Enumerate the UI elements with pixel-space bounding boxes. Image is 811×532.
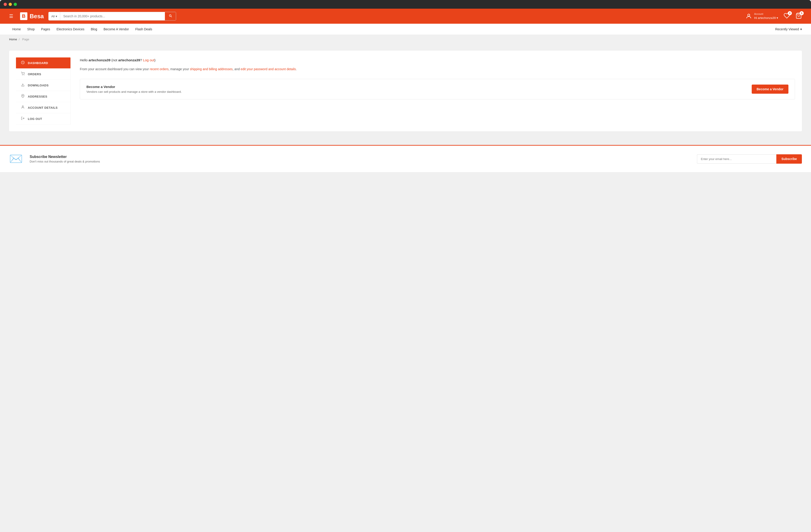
sidebar-account-details-label: ACCOUNT DETAILS	[28, 106, 58, 109]
sidebar-item-addresses[interactable]: ADDRESSES	[16, 91, 71, 102]
category-arrow-icon: ▾	[56, 15, 57, 18]
nav-blog[interactable]: Blog	[88, 24, 100, 35]
vendor-card: Become a Vendor Vendors can sell product…	[80, 79, 795, 99]
sidebar-item-logout[interactable]: LOG OUT	[16, 113, 71, 124]
window-chrome	[0, 0, 811, 9]
hello-text: Hello artechonza39 (not artechonza39? Lo…	[80, 58, 795, 63]
addresses-icon	[20, 94, 25, 99]
hello-username2: artechonza39	[118, 58, 140, 62]
sidebar-item-downloads[interactable]: DOWNLOADS	[16, 80, 71, 91]
newsletter-section: ✉️ Subscribe Newsletter Don't miss out t…	[0, 145, 811, 172]
recent-orders-link[interactable]: recent orders	[150, 67, 169, 71]
newsletter-icon: ✉️	[9, 153, 23, 165]
main-content: DASHBOARD ORDERS DOWNLOADS ADDRESSES	[0, 44, 811, 145]
account-label: Account	[754, 12, 778, 16]
user-icon	[746, 13, 752, 19]
dashboard-description: From your account dashboard you can view…	[80, 66, 795, 72]
account-sidebar: DASHBOARD ORDERS DOWNLOADS ADDRESSES	[16, 58, 71, 124]
dot-red[interactable]	[4, 3, 7, 6]
newsletter-form: Subscribe	[697, 154, 802, 164]
dot-green[interactable]	[14, 3, 17, 6]
recently-viewed-label: Recently Viewed	[775, 27, 799, 31]
search-input[interactable]	[60, 12, 165, 20]
content-card: DASHBOARD ORDERS DOWNLOADS ADDRESSES	[9, 51, 802, 131]
recently-viewed-arrow-icon: ▾	[800, 27, 802, 31]
newsletter-description: Don't miss out thousands of great deals …	[30, 160, 100, 163]
become-vendor-button[interactable]: Become a Vendor	[752, 84, 789, 94]
nav-become-vendor[interactable]: Become A Vendor	[100, 24, 132, 35]
logo-letter: B	[20, 12, 27, 20]
cart-icon-wrap[interactable]: 5	[795, 13, 802, 20]
vendor-card-title: Become a Vendor	[87, 85, 182, 89]
svg-point-6	[22, 95, 23, 96]
newsletter-text: Subscribe Newsletter Don't miss out thou…	[30, 155, 100, 163]
dashboard-content: Hello artechonza39 (not artechonza39? Lo…	[80, 58, 795, 124]
wishlist-badge: 0	[788, 11, 792, 15]
vendor-card-text: Become a Vendor Vendors can sell product…	[87, 85, 182, 93]
logo[interactable]: B Besa	[20, 12, 44, 20]
search-bar: All ▾	[48, 12, 176, 20]
sidebar-item-account-details[interactable]: ACCOUNT DETAILS	[16, 102, 71, 113]
svg-point-0	[748, 14, 750, 16]
sidebar-item-dashboard[interactable]: DASHBOARD	[16, 58, 71, 68]
sidebar-addresses-label: ADDRESSES	[28, 95, 47, 98]
logo-name: Besa	[30, 13, 44, 20]
nav-pages[interactable]: Pages	[38, 24, 53, 35]
header: ☰ B Besa All ▾ Account Hi artechonza39 ▾	[0, 9, 811, 24]
breadcrumb: Home / Page	[0, 35, 811, 44]
account-greeting: Hi artechonza39 ▾	[754, 16, 778, 20]
account-details-icon	[20, 105, 25, 110]
sidebar-orders-label: ORDERS	[28, 73, 41, 76]
downloads-icon	[20, 83, 25, 88]
newsletter-title: Subscribe Newsletter	[30, 155, 100, 159]
breadcrumb-home[interactable]: Home	[9, 37, 17, 41]
sidebar-dashboard-label: DASHBOARD	[28, 61, 48, 65]
newsletter-subscribe-button[interactable]: Subscribe	[776, 154, 802, 164]
nav-electronics[interactable]: Electronics Devices	[53, 24, 88, 35]
search-button[interactable]	[165, 12, 176, 20]
recently-viewed-menu[interactable]: Recently Viewed ▾	[775, 24, 802, 35]
account-menu[interactable]: Account Hi artechonza39 ▾	[746, 12, 778, 20]
search-category-dropdown[interactable]: All ▾	[49, 12, 60, 20]
sidebar-logout-label: LOG OUT	[28, 117, 42, 121]
search-category-label: All	[51, 15, 55, 18]
logout-icon	[20, 116, 25, 121]
hello-username: artechonza39	[89, 58, 110, 62]
wishlist-icon-wrap[interactable]: 0	[784, 13, 790, 20]
breadcrumb-current: Page	[22, 37, 29, 41]
sidebar-item-orders[interactable]: ORDERS	[16, 68, 71, 80]
account-text: Account Hi artechonza39 ▾	[754, 12, 778, 20]
hamburger-icon[interactable]: ☰	[9, 13, 13, 19]
logout-link[interactable]: Log out	[143, 58, 154, 62]
nav-flash-deals[interactable]: Flash Deals	[132, 24, 155, 35]
main-nav: Home Shop Pages Electronics Devices Blog…	[0, 24, 811, 35]
footer: ✉️ Subscribe Newsletter Don't miss out t…	[0, 145, 811, 172]
search-icon	[169, 14, 172, 18]
newsletter-email-input[interactable]	[697, 154, 776, 164]
dashboard-icon	[20, 61, 25, 65]
svg-point-7	[22, 106, 23, 107]
password-link[interactable]: edit your password and account details	[241, 67, 296, 71]
sidebar-downloads-label: DOWNLOADS	[28, 84, 49, 87]
orders-icon	[20, 72, 25, 76]
header-right: Account Hi artechonza39 ▾ 0 5	[746, 12, 802, 20]
nav-home[interactable]: Home	[9, 24, 24, 35]
dot-yellow[interactable]	[9, 3, 12, 6]
breadcrumb-separator: /	[19, 37, 20, 41]
nav-items: Home Shop Pages Electronics Devices Blog…	[9, 24, 775, 35]
vendor-card-description: Vendors can sell products and manage a s…	[87, 90, 182, 93]
nav-shop[interactable]: Shop	[24, 24, 38, 35]
addresses-link[interactable]: shipping and billing addresses	[190, 67, 233, 71]
cart-badge: 5	[800, 11, 804, 15]
